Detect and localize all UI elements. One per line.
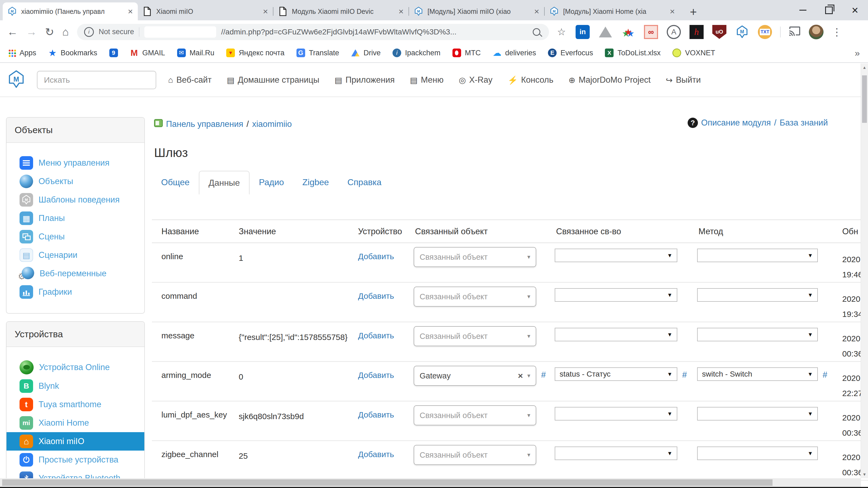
profile-avatar[interactable] [809, 25, 824, 39]
sidebar-item-simple-devices[interactable]: Простые устройства [6, 451, 144, 469]
tab-close-icon[interactable]: × [128, 6, 133, 17]
add-device-link[interactable]: Добавить [358, 410, 394, 419]
bookmark-deliveries[interactable]: ☁deliveries [493, 48, 536, 57]
tab-data[interactable]: Данные [199, 171, 250, 194]
tab-help[interactable]: Справка [338, 171, 391, 194]
bookmark-mailru[interactable]: ✉Mail.Ru [177, 48, 215, 57]
bookmark-voxnet[interactable]: VOXNET [673, 48, 715, 57]
security-label[interactable]: Not secure [99, 28, 134, 36]
browser-tab[interactable]: Модуль Xiaomi miIO Devic × [273, 2, 408, 20]
sidebar-item-behavior-templates[interactable]: MШаблоны поведения [6, 191, 144, 209]
method-select[interactable]: ▼ [697, 447, 818, 460]
nav-console[interactable]: ⚡Консоль [508, 75, 554, 85]
reload-button[interactable]: ↻ [45, 26, 54, 38]
close-window-button[interactable]: × [842, 0, 868, 20]
object-hash-link[interactable]: # [541, 369, 546, 380]
nav-menu[interactable]: ▤Меню [410, 75, 443, 85]
sidebar-item-charts[interactable]: Графики [6, 283, 144, 301]
linked-property-select[interactable]: ▼ [555, 447, 677, 460]
drive-extension-icon[interactable] [598, 25, 613, 39]
linked-property-select[interactable]: status - Статус▼ [555, 367, 677, 381]
bookmark-drive[interactable]: Drive [351, 48, 380, 57]
method-select[interactable]: switch - Switch▼ [697, 367, 818, 381]
sidebar-item-scenarios[interactable]: ▤Сценарии [6, 246, 144, 264]
habr-extension-icon[interactable]: h [689, 25, 704, 39]
nav-applications[interactable]: ▤Приложения [335, 75, 395, 85]
browser-tab[interactable]: Xiaomi miIO × [138, 2, 273, 20]
bookmark-todolist[interactable]: XToDoList.xlsx [605, 48, 660, 57]
vertical-scrollbar[interactable]: ▲ ▼ [861, 63, 868, 478]
bookmark-yandex-mail[interactable]: ▼Яндекс почта [226, 48, 284, 57]
bookmark-star-icon[interactable]: ☆ [557, 26, 566, 38]
bookmark-ipackchem[interactable]: iIpackchem [393, 48, 440, 57]
nav-home-pages[interactable]: ▤Домашние страницы [227, 75, 319, 85]
sidebar-item-xiaomi-miio[interactable]: ⌂Xiaomi miIO [6, 432, 144, 451]
breadcrumb-panel-link[interactable]: Панель управления [166, 119, 243, 129]
add-device-link[interactable]: Добавить [358, 450, 394, 459]
property-hash-link[interactable]: # [682, 369, 687, 380]
majordomo-logo-icon[interactable]: M [8, 70, 25, 90]
method-hash-link[interactable]: # [823, 369, 827, 380]
linked-property-select[interactable]: ▼ [555, 407, 677, 421]
breadcrumb-module-link[interactable]: xiaomimiio [252, 119, 291, 129]
nav-majordomo-project[interactable]: ⊕MajorDoMo Project [568, 75, 650, 85]
bookmarks-overflow-icon[interactable]: » [855, 48, 860, 58]
add-device-link[interactable]: Добавить [358, 370, 394, 380]
nav-website[interactable]: ⌂Веб-сайт [168, 75, 212, 85]
minimize-button[interactable] [790, 0, 816, 20]
help-icon[interactable]: ? [688, 118, 698, 128]
linked-object-select[interactable]: Связанный объект▾ [414, 445, 536, 465]
sidebar-item-scenes[interactable]: Сцены [6, 227, 144, 246]
sidebar-item-web-variables[interactable]: ⚙Веб-переменные [6, 264, 144, 283]
restore-button[interactable] [816, 0, 842, 20]
ublock-extension-icon[interactable]: uO [712, 25, 726, 39]
add-device-link[interactable]: Добавить [358, 291, 394, 300]
module-description-link[interactable]: Описание модуля [701, 118, 771, 128]
sidebar-item-devices-online[interactable]: Устройства Online [6, 358, 144, 377]
zoom-icon[interactable] [533, 28, 540, 36]
url-text[interactable]: //admin.php?pd=cGFuZWw6e2FjdGlvbj14aWFvb… [221, 28, 528, 36]
linked-property-select[interactable]: ▼ [555, 249, 677, 262]
horizontal-scrollbar[interactable] [0, 478, 861, 487]
acrobat-extension-icon[interactable]: ∞ [644, 25, 658, 39]
tab-zigbee[interactable]: Zigbee [293, 171, 338, 194]
tab-close-icon[interactable]: × [670, 6, 675, 17]
linked-property-select[interactable]: ▼ [555, 328, 677, 341]
sidebar-item-control-menu[interactable]: Меню управления [6, 154, 144, 172]
bookmark-translate[interactable]: GTranslate [297, 48, 339, 57]
browser-tab[interactable]: M [Модуль] Xiaomi Home (xia × [545, 2, 680, 20]
nav-xray[interactable]: ◎X-Ray [459, 75, 492, 85]
tab-close-icon[interactable]: × [263, 6, 268, 17]
linked-object-select[interactable]: Связанный объект▾ [414, 326, 536, 346]
new-tab-button[interactable]: + [685, 5, 702, 19]
linked-property-select[interactable]: ▼ [555, 288, 677, 302]
back-button[interactable]: ← [7, 26, 18, 38]
clear-selection-icon[interactable]: × [518, 371, 523, 381]
sidebar-item-objects[interactable]: Объекты [6, 172, 144, 191]
nav-logout[interactable]: ↪Выйти [666, 75, 701, 85]
tab-general[interactable]: Общее [152, 171, 199, 194]
home-button[interactable]: ⌂ [62, 26, 69, 38]
scroll-down-icon[interactable]: ▼ [861, 472, 868, 477]
browser-menu-icon[interactable]: ⋮ [832, 26, 842, 38]
linkedin-extension-icon[interactable]: in [576, 25, 590, 39]
scroll-up-icon[interactable]: ▲ [861, 65, 868, 70]
address-bar[interactable]: i Not secure //admin.php?pd=cGFuZWw6e2Fj… [77, 24, 549, 40]
bookmark-apps[interactable]: Apps [8, 49, 36, 57]
sidebar-item-xiaomi-home[interactable]: miXiaomi Home [6, 414, 144, 432]
method-select[interactable]: ▼ [697, 288, 818, 302]
method-select[interactable]: ▼ [697, 328, 818, 341]
add-device-link[interactable]: Добавить [358, 252, 394, 261]
majordomo-extension-icon[interactable]: M [735, 25, 749, 39]
bookmark-calendar[interactable]: 9 [109, 48, 118, 57]
knowledge-base-link[interactable]: База знаний [780, 118, 828, 128]
add-device-link[interactable]: Добавить [358, 331, 394, 340]
linked-object-select[interactable]: Связанный объект▾ [414, 405, 536, 425]
tab-radio[interactable]: Радио [250, 171, 293, 194]
vertical-scrollbar-thumb[interactable] [862, 75, 867, 123]
sidebar-item-blynk[interactable]: BBlynk [6, 377, 144, 395]
cast-icon[interactable] [789, 26, 801, 38]
search-input[interactable] [37, 71, 156, 89]
txt-extension-icon[interactable]: TXT [758, 25, 772, 39]
bookmark-mts[interactable]: МТС [453, 48, 480, 57]
